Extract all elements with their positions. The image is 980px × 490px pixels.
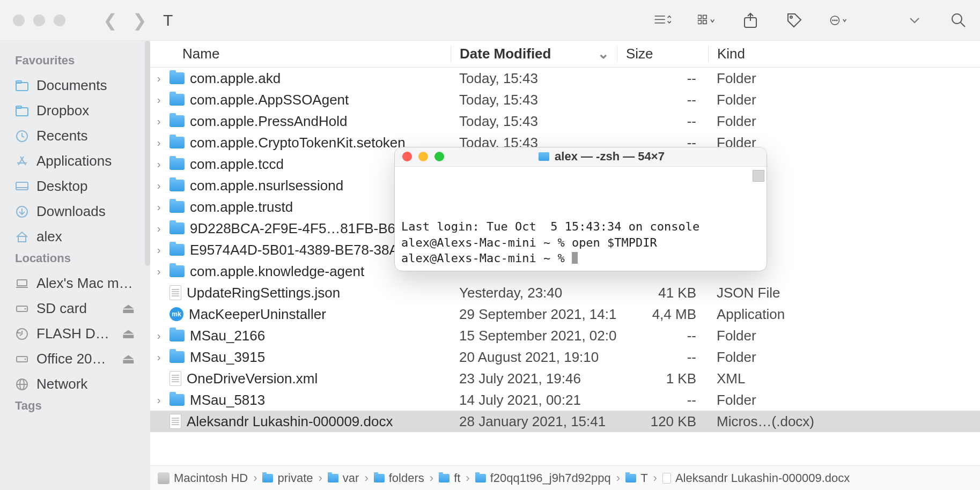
sidebar-item[interactable]: Downloads xyxy=(0,199,150,224)
path-segment[interactable]: private xyxy=(262,471,313,485)
col-kind[interactable]: Kind xyxy=(708,46,980,62)
file-date: Today, 15:43 xyxy=(451,92,617,108)
sidebar-scrollbar[interactable] xyxy=(145,41,150,266)
nav-arrows: ❮ ❯ xyxy=(103,10,147,31)
disclosure-triangle[interactable]: › xyxy=(153,180,164,192)
terminal-line: alex@Alexs-Mac-mini ~ % open $TMPDIR xyxy=(401,235,760,251)
disclosure-triangle[interactable]: › xyxy=(153,394,164,406)
sidebar-item-label: Dropbox xyxy=(36,102,89,119)
file-name: com.apple.akd xyxy=(190,70,281,87)
col-name[interactable]: Name xyxy=(150,46,451,62)
disclosure-triangle[interactable]: › xyxy=(153,265,164,278)
disclosure-triangle[interactable]: › xyxy=(153,351,164,363)
sidebar-item[interactable]: Desktop xyxy=(0,174,150,199)
file-name: MacKeeperUninstaller xyxy=(189,306,326,323)
table-row[interactable]: OneDriveVersion.xml23 July 2021, 19:461 … xyxy=(150,368,980,389)
back-button[interactable]: ❮ xyxy=(103,10,117,31)
view-grid-icon[interactable] xyxy=(698,12,715,29)
column-headers: Name Date Modified⌄ Size Kind xyxy=(150,41,980,68)
term-zoom-button[interactable] xyxy=(434,152,444,161)
dropdown-icon[interactable] xyxy=(906,12,923,29)
actions-icon[interactable] xyxy=(830,12,847,29)
disclosure-triangle[interactable]: › xyxy=(153,158,164,170)
sidebar-item-label: Alex's Mac m… xyxy=(36,275,133,292)
file-name: 9D228BCA-2F9E-4F5…81FB-B638E xyxy=(190,220,420,237)
eject-icon[interactable]: ⏏ xyxy=(122,351,135,367)
sidebar-item[interactable]: Applications xyxy=(0,149,150,174)
file-size: -- xyxy=(617,113,708,130)
folder-icon xyxy=(170,180,185,191)
disclosure-triangle[interactable]: › xyxy=(153,222,164,235)
tag-icon[interactable] xyxy=(786,12,803,29)
path-segment[interactable]: var xyxy=(328,471,359,485)
terminal-scrollbar[interactable] xyxy=(753,170,764,182)
disclosure-triangle[interactable]: › xyxy=(153,201,164,213)
pathbar[interactable]: Macintosh HD›private›var›folders›ft›f20q… xyxy=(150,465,980,490)
sidebar-item[interactable]: Office 20…⏏ xyxy=(0,346,150,372)
path-segment[interactable]: folders xyxy=(374,471,424,485)
sidebar-item[interactable]: alex xyxy=(0,224,150,249)
path-separator: › xyxy=(363,471,369,485)
search-icon[interactable] xyxy=(950,12,967,29)
disclosure-triangle[interactable]: › xyxy=(153,330,164,342)
sidebar-item[interactable]: Dropbox xyxy=(0,98,150,123)
minimize-button[interactable] xyxy=(33,14,45,26)
col-size[interactable]: Size xyxy=(617,46,708,62)
view-list-icon[interactable] xyxy=(654,12,671,29)
sidebar-item-label: FLASH D… xyxy=(36,325,109,342)
disclosure-triangle[interactable]: › xyxy=(153,244,164,256)
sidebar-item-label: Downloads xyxy=(36,203,106,220)
path-segment[interactable]: Macintosh HD xyxy=(158,471,248,485)
disclosure-triangle[interactable]: › xyxy=(153,94,164,106)
titlebar: ❮ ❯ T xyxy=(0,0,980,41)
terminal-body[interactable]: Last login: Tue Oct 5 15:43:34 on consol… xyxy=(395,167,767,271)
path-separator: › xyxy=(429,471,434,485)
sidebar-item-label: Documents xyxy=(36,77,107,94)
sidebar-item-label: Desktop xyxy=(36,178,87,195)
disclosure-triangle[interactable]: › xyxy=(153,137,164,149)
eject-icon[interactable]: ⏏ xyxy=(122,300,135,317)
disclosure-triangle[interactable]: › xyxy=(153,115,164,128)
table-row[interactable]: ›com.apple.PressAndHoldToday, 15:43--Fol… xyxy=(150,110,980,132)
path-segment[interactable]: f20qq1t96_j9h7d92ppq xyxy=(475,471,611,485)
table-row[interactable]: ›MSau_216615 September 2021, 02:02--Fold… xyxy=(150,325,980,346)
sidebar-item[interactable]: FLASH D…⏏ xyxy=(0,321,150,346)
forward-button[interactable]: ❯ xyxy=(132,10,147,31)
sidebar-item[interactable]: Network xyxy=(0,372,150,397)
col-date[interactable]: Date Modified⌄ xyxy=(451,46,617,62)
term-minimize-button[interactable] xyxy=(418,152,428,161)
sidebar-section-label: Tags xyxy=(0,397,150,418)
path-label: Aleksandr Lukashin-000009.docx xyxy=(675,471,850,485)
sidebar-item[interactable]: Documents xyxy=(0,73,150,98)
svg-point-13 xyxy=(836,20,837,20)
folder-icon xyxy=(170,222,185,234)
file-size: 1 KB xyxy=(617,370,708,387)
sidebar-item[interactable]: Alex's Mac m… xyxy=(0,271,150,296)
svg-rect-5 xyxy=(698,20,701,24)
file-size: 4,4 MB xyxy=(617,306,708,323)
path-segment[interactable]: Aleksandr Lukashin-000009.docx xyxy=(662,471,850,485)
path-segment[interactable]: T xyxy=(625,471,647,485)
terminal-titlebar[interactable]: alex — -zsh — 54×7 xyxy=(395,147,767,167)
table-row[interactable]: ›MSau_581314 July 2021, 00:21--Folder xyxy=(150,389,980,411)
path-segment[interactable]: ft xyxy=(439,471,460,485)
sidebar-item[interactable]: Recents xyxy=(0,123,150,149)
eject-icon[interactable]: ⏏ xyxy=(122,325,135,342)
close-button[interactable] xyxy=(13,14,25,26)
table-row[interactable]: ›com.apple.akdToday, 15:43--Folder xyxy=(150,68,980,89)
share-icon[interactable] xyxy=(742,12,759,29)
sidebar: FavouritesDocumentsDropboxRecentsApplica… xyxy=(0,41,150,490)
file-date: 20 August 2021, 19:10 xyxy=(451,349,617,366)
table-row[interactable]: UpdateRingSettings.jsonYesterday, 23:404… xyxy=(150,282,980,303)
zoom-button[interactable] xyxy=(54,14,65,26)
table-row[interactable]: Aleksandr Lukashin-000009.docx28 January… xyxy=(150,411,980,432)
table-row[interactable]: mkMacKeeperUninstaller29 September 2021,… xyxy=(150,303,980,325)
svg-point-14 xyxy=(952,14,962,24)
file-icon xyxy=(170,285,181,300)
term-close-button[interactable] xyxy=(402,152,412,161)
sidebar-item[interactable]: SD card⏏ xyxy=(0,296,150,321)
terminal-window[interactable]: alex — -zsh — 54×7 Last login: Tue Oct 5… xyxy=(394,147,767,271)
disclosure-triangle[interactable]: › xyxy=(153,72,164,85)
table-row[interactable]: ›MSau_391520 August 2021, 19:10--Folder xyxy=(150,346,980,368)
table-row[interactable]: ›com.apple.AppSSOAgentToday, 15:43--Fold… xyxy=(150,89,980,110)
